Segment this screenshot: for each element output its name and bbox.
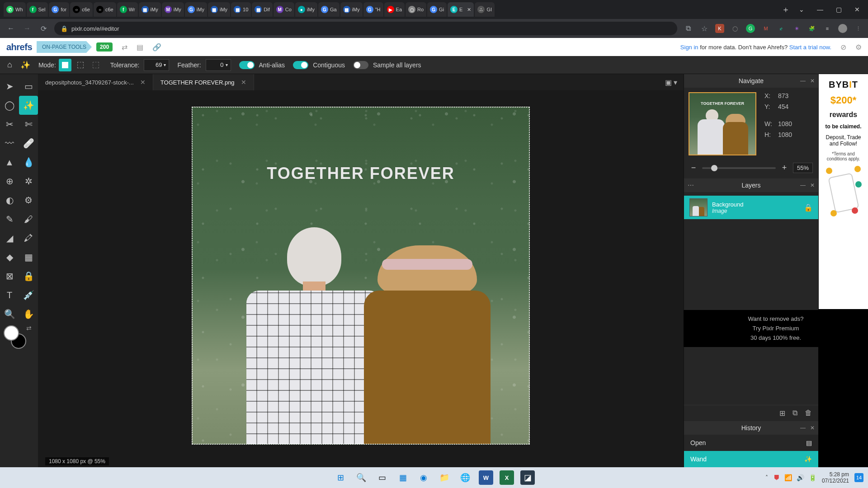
- tray-overflow-icon[interactable]: ˄: [765, 474, 768, 481]
- cutout-tool[interactable]: ✄: [19, 115, 38, 134]
- lasso-tool[interactable]: ◯: [0, 96, 19, 115]
- task-view-icon[interactable]: ▭: [375, 470, 389, 485]
- notification-badge[interactable]: 14: [854, 473, 863, 482]
- pen-tool[interactable]: ✎: [0, 210, 19, 229]
- browser-tab[interactable]: Gfor: [49, 2, 69, 17]
- browser-tab[interactable]: ▦iMy: [208, 2, 230, 17]
- wand-tool[interactable]: ✨: [19, 96, 38, 115]
- ahrefs-block-icon[interactable]: ⊘: [840, 43, 846, 52]
- browser-tab[interactable]: ▶Ea: [384, 2, 405, 17]
- text-tool[interactable]: T: [0, 286, 19, 305]
- ext-icon-circle[interactable]: ◯: [731, 24, 740, 33]
- browser-tab[interactable]: MiMy: [162, 2, 184, 17]
- browser-tab[interactable]: ✆Wh: [4, 2, 26, 17]
- color-swatches[interactable]: ⇄: [0, 324, 38, 355]
- browser-tab[interactable]: EE✕: [448, 2, 474, 17]
- tray-battery-icon[interactable]: 🔋: [809, 474, 816, 481]
- browser-tab[interactable]: ▦Dif: [252, 2, 272, 17]
- mode-subtract-selection[interactable]: [90, 59, 102, 71]
- word-icon[interactable]: W: [479, 470, 493, 485]
- marquee-tool[interactable]: ▭: [19, 77, 38, 96]
- window-close-icon[interactable]: ✕: [850, 3, 864, 16]
- eraser-tool[interactable]: ◢: [0, 229, 19, 248]
- dodge-tool[interactable]: ◐: [0, 191, 19, 210]
- lock-icon[interactable]: 🔒: [804, 203, 813, 212]
- close-icon[interactable]: ✕: [810, 78, 815, 84]
- browser-tab[interactable]: ◌Ro: [406, 2, 426, 17]
- ext-icon-k[interactable]: K: [715, 24, 724, 33]
- browser-tab[interactable]: ▦iMy: [340, 2, 363, 17]
- tray-volume-icon[interactable]: 🔊: [797, 474, 804, 481]
- tray-clock[interactable]: 5:28 pm 07/12/2021: [822, 471, 849, 484]
- zoom-out-button[interactable]: −: [689, 163, 698, 173]
- url-input[interactable]: 🔒 pixlr.com/e/#editor: [54, 22, 677, 35]
- forward-button[interactable]: →: [22, 24, 33, 33]
- crop-tool[interactable]: ✂: [0, 115, 19, 134]
- brush-tool[interactable]: 🖌: [19, 210, 38, 229]
- browser-tab[interactable]: MCo: [274, 2, 294, 17]
- clone-tool[interactable]: ▲: [0, 153, 19, 172]
- fill-tool[interactable]: ◆: [0, 248, 19, 267]
- browser-tab[interactable]: ∴GI: [475, 2, 495, 17]
- tray-security-icon[interactable]: ⛊: [774, 474, 780, 481]
- sample-all-toggle[interactable]: [353, 61, 368, 69]
- back-button[interactable]: ←: [5, 24, 16, 33]
- zoom-tool[interactable]: 🔍: [0, 305, 19, 324]
- browser-tab[interactable]: GiMy: [185, 2, 207, 17]
- new-tab-button[interactable]: ＋: [778, 4, 793, 15]
- minimize-icon[interactable]: —: [800, 182, 806, 188]
- ahrefs-chain-icon[interactable]: 🔗: [152, 43, 161, 52]
- canvas[interactable]: TOGETHER FOREVER: [192, 107, 530, 445]
- layer-row-background[interactable]: Background Image 🔒: [684, 196, 818, 219]
- tray-wifi-icon[interactable]: 📶: [784, 474, 792, 481]
- browser-tab[interactable]: ▦iMy: [139, 2, 161, 17]
- document-tab[interactable]: TOGETHER FOREVER.png✕: [153, 74, 254, 90]
- home-button[interactable]: ⌂: [7, 60, 12, 70]
- ahrefs-link-icon[interactable]: ⇄: [122, 43, 127, 52]
- on-page-tools-button[interactable]: ON-PAGE TOOLS: [37, 41, 92, 53]
- ext-icon-mail[interactable]: M: [761, 24, 770, 33]
- profile-avatar[interactable]: [838, 24, 847, 33]
- duplicate-layer-icon[interactable]: ⧉: [793, 409, 797, 418]
- delete-layer-icon[interactable]: 🗑: [805, 409, 812, 418]
- contiguous-toggle[interactable]: [293, 61, 308, 69]
- frame-tool[interactable]: 🔒: [19, 267, 38, 286]
- ahrefs-trial-link[interactable]: Start a trial now.: [789, 44, 831, 51]
- eyedropper-tool[interactable]: 💉: [19, 286, 38, 305]
- close-icon[interactable]: ✕: [810, 182, 815, 188]
- hand-tool[interactable]: ✋: [19, 305, 38, 324]
- sponge-tool[interactable]: ✲: [19, 172, 38, 191]
- app-icon[interactable]: ◪: [520, 470, 535, 485]
- tab-close-icon[interactable]: ✕: [241, 79, 246, 86]
- close-icon[interactable]: ✕: [810, 425, 815, 431]
- ahrefs-settings-icon[interactable]: ⚙: [855, 43, 862, 52]
- zoom-value[interactable]: 55%: [793, 163, 813, 173]
- ext-icon-grammarly[interactable]: G: [746, 24, 755, 33]
- tolerance-input[interactable]: 69▾: [144, 59, 169, 71]
- search-icon[interactable]: 🔍: [354, 470, 368, 485]
- ext-icon-burst[interactable]: ✳: [792, 24, 801, 33]
- widgets-icon[interactable]: ▦: [396, 470, 410, 485]
- shape-tool[interactable]: ⊠: [0, 267, 19, 286]
- gradient-tool[interactable]: ▦: [19, 248, 38, 267]
- window-maximize-icon[interactable]: ▢: [831, 3, 846, 16]
- history-item-open[interactable]: Open▤: [684, 435, 818, 451]
- layout-dropdown[interactable]: ▣ ▾: [659, 74, 684, 90]
- reading-list-icon[interactable]: ≡: [823, 24, 832, 33]
- edge-icon[interactable]: ◉: [416, 470, 431, 485]
- feather-input[interactable]: 0▾: [206, 59, 231, 71]
- explorer-icon[interactable]: 📁: [437, 470, 452, 485]
- bookmark-star-icon[interactable]: ☆: [699, 24, 710, 33]
- mode-new-selection[interactable]: [59, 59, 71, 71]
- disperse-tool[interactable]: ⊕: [0, 172, 19, 191]
- ahrefs-signin-link[interactable]: Sign in: [680, 44, 698, 51]
- browser-tab[interactable]: ○c6e: [70, 2, 93, 17]
- liquify-tool[interactable]: 〰: [0, 134, 19, 153]
- start-button[interactable]: ⊞: [333, 470, 348, 485]
- excel-icon[interactable]: X: [500, 470, 514, 485]
- reload-button[interactable]: ⟳: [38, 24, 49, 33]
- ahrefs-page-icon[interactable]: ▤: [137, 43, 143, 52]
- arrow-tool[interactable]: ➤: [0, 77, 19, 96]
- minimize-icon[interactable]: —: [800, 78, 806, 84]
- browser-tab[interactable]: ○c6e: [94, 2, 116, 17]
